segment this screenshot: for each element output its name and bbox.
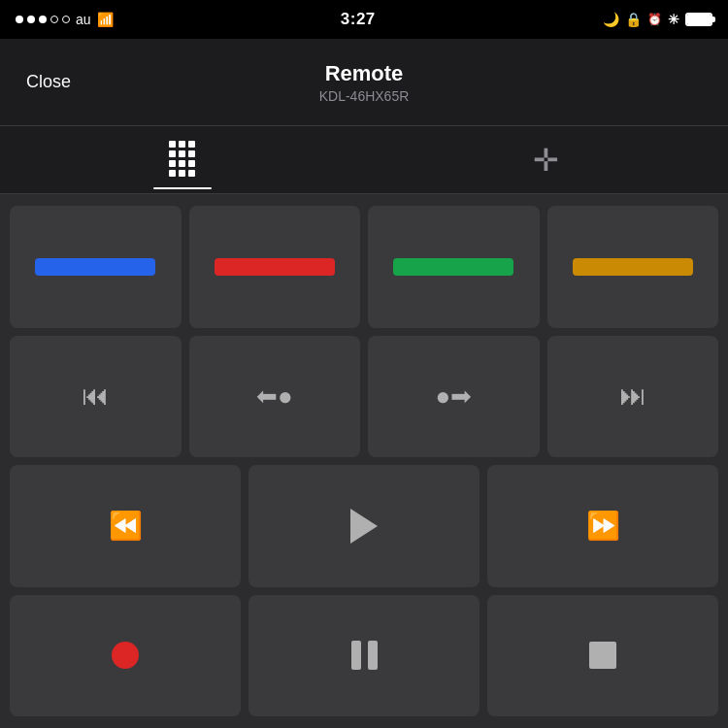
- alarm-icon: ⏰: [647, 13, 662, 26]
- green-bar: [393, 258, 513, 276]
- status-bar: au 📶 3:27 🌙 🔒 ⏰ ✳: [0, 0, 728, 39]
- page-title: Remote: [319, 61, 410, 86]
- status-right: 🌙 🔒 ⏰ ✳: [603, 12, 712, 27]
- dot1: [16, 16, 23, 23]
- status-left: au 📶: [16, 12, 114, 27]
- close-button[interactable]: Close: [19, 64, 78, 100]
- step-fwd-button[interactable]: ●➡: [368, 336, 540, 458]
- remote-icon: [169, 141, 196, 180]
- pause-icon: [351, 641, 378, 670]
- battery-fill: [687, 15, 711, 24]
- battery-icon: [685, 13, 712, 26]
- moon-icon: 🌙: [603, 12, 619, 27]
- nav-bar: Close Remote KDL-46HX65R: [0, 39, 728, 126]
- fast-fwd-icon: ⏩: [586, 513, 620, 540]
- main-content: ⏮ ⬅● ●➡ ⏭ ⏪ ⏩: [0, 194, 728, 728]
- pause-button[interactable]: [248, 595, 480, 717]
- playback-button-row: ⏪ ⏩: [10, 465, 718, 587]
- dpad-icon: ✛: [533, 145, 559, 176]
- skip-next-icon: ⏭: [619, 382, 646, 410]
- dot4: [50, 16, 58, 23]
- dot5: [62, 16, 70, 23]
- step-fwd-icon: ●➡: [435, 383, 472, 409]
- blue-button[interactable]: [10, 206, 182, 328]
- record-button[interactable]: [10, 595, 241, 717]
- record-icon: [112, 642, 139, 669]
- skip-prev-button[interactable]: ⏮: [10, 336, 182, 458]
- nav-title-block: Remote KDL-46HX65R: [319, 61, 410, 104]
- bluetooth-icon: ✳: [668, 12, 679, 27]
- tab-bar: ✛: [0, 126, 728, 194]
- wifi-icon: 📶: [97, 12, 114, 27]
- blue-bar: [35, 258, 155, 276]
- stop-button[interactable]: [487, 595, 718, 717]
- device-subtitle: KDL-46HX65R: [319, 88, 410, 104]
- yellow-bar: [573, 258, 693, 276]
- lock-icon: 🔒: [625, 12, 642, 27]
- step-back-icon: ⬅●: [256, 383, 293, 409]
- rewind-button[interactable]: ⏪: [10, 465, 241, 587]
- skip-button-row: ⏮ ⬅● ●➡ ⏭: [10, 336, 718, 458]
- red-button[interactable]: [189, 206, 361, 328]
- rewind-icon: ⏪: [109, 513, 143, 540]
- yellow-button[interactable]: [547, 206, 719, 328]
- skip-next-button[interactable]: ⏭: [547, 336, 719, 458]
- play-icon: [350, 509, 378, 544]
- tab-dpad[interactable]: ✛: [364, 126, 728, 193]
- time-display: 3:27: [341, 10, 376, 29]
- dot3: [39, 16, 47, 23]
- red-bar: [215, 258, 335, 276]
- step-back-button[interactable]: ⬅●: [189, 336, 361, 458]
- carrier-label: au: [76, 12, 91, 27]
- pause-bar-right: [368, 641, 378, 670]
- dot2: [27, 16, 35, 23]
- signal-dots: [16, 16, 70, 23]
- color-button-row: [10, 206, 718, 328]
- tab-remote[interactable]: [0, 126, 364, 193]
- play-button[interactable]: [248, 465, 480, 587]
- green-button[interactable]: [368, 206, 540, 328]
- record-button-row: [10, 595, 718, 717]
- pause-bar-left: [351, 641, 361, 670]
- fast-fwd-button[interactable]: ⏩: [487, 465, 718, 587]
- skip-prev-icon: ⏮: [82, 382, 109, 410]
- stop-icon: [589, 642, 616, 669]
